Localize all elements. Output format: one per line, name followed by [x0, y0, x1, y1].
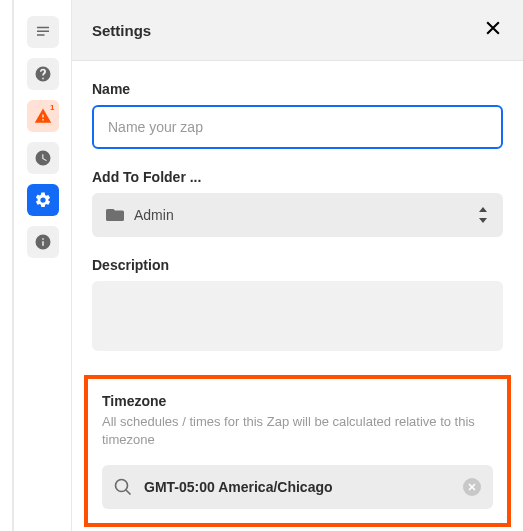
close-icon	[483, 18, 503, 38]
folder-select[interactable]: Admin	[92, 193, 503, 237]
timezone-field-group: Timezone All schedules / times for this …	[84, 375, 511, 527]
rail-help-button[interactable]	[27, 58, 59, 90]
clear-button[interactable]	[463, 478, 481, 496]
settings-panel: Settings Name Add To Folder ... Admin	[71, 0, 523, 531]
side-rail: 1	[13, 0, 71, 531]
name-label: Name	[92, 81, 503, 97]
alerts-badge: 1	[50, 103, 54, 112]
folder-label: Add To Folder ...	[92, 169, 503, 185]
x-icon	[468, 483, 476, 491]
name-field-group: Name	[92, 81, 503, 149]
folder-icon	[106, 207, 124, 223]
folder-field-group: Add To Folder ... Admin	[92, 169, 503, 237]
rail-history-button[interactable]	[27, 142, 59, 174]
rail-alerts-button[interactable]: 1	[27, 100, 59, 132]
rail-info-button[interactable]	[27, 226, 59, 258]
help-icon	[34, 65, 52, 83]
outline-icon	[34, 23, 52, 41]
panel-title: Settings	[92, 22, 151, 39]
folder-selected-value: Admin	[134, 207, 174, 223]
description-label: Description	[92, 257, 503, 273]
name-input[interactable]	[92, 105, 503, 149]
timezone-hint: All schedules / times for this Zap will …	[102, 413, 493, 449]
alert-icon	[34, 107, 52, 125]
panel-header: Settings	[72, 0, 523, 61]
description-textarea[interactable]	[92, 281, 503, 351]
timezone-label: Timezone	[102, 393, 493, 409]
rail-settings-button[interactable]	[27, 184, 59, 216]
sort-arrows-icon	[477, 207, 489, 223]
info-icon	[34, 233, 52, 251]
panel-body: Name Add To Folder ... Admin Description	[72, 61, 523, 531]
timezone-value: GMT-05:00 America/Chicago	[144, 479, 333, 495]
rail-outline-button[interactable]	[27, 16, 59, 48]
timezone-input[interactable]: GMT-05:00 America/Chicago	[102, 465, 493, 509]
close-button[interactable]	[483, 18, 503, 42]
gear-icon	[34, 191, 52, 209]
clock-icon	[34, 149, 52, 167]
description-field-group: Description	[92, 257, 503, 355]
search-icon	[114, 478, 132, 496]
